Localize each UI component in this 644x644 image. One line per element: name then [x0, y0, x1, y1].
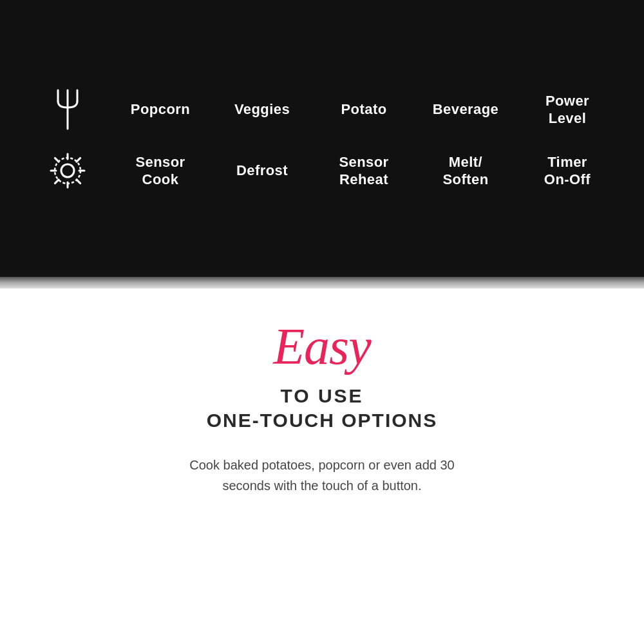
btn-melt-soften[interactable]: Melt/ Soften — [415, 153, 516, 189]
btn-timer-on-off[interactable]: Timer On-Off — [516, 153, 618, 189]
divider-strip — [0, 277, 644, 289]
controls-area: Popcorn Veggies Potato Beverage Power Le… — [26, 87, 618, 190]
btn-sensor-reheat[interactable]: Sensor Reheat — [313, 153, 415, 189]
black-panel: Popcorn Veggies Potato Beverage Power Le… — [0, 0, 644, 277]
gear-icon-cell — [26, 151, 109, 190]
btn-veggies[interactable]: Veggies — [211, 100, 313, 118]
svg-point-4 — [61, 164, 74, 177]
btn-power-level[interactable]: Power Level — [516, 92, 618, 128]
easy-heading: Easy — [273, 321, 371, 372]
btn-defrost[interactable]: Defrost — [211, 162, 313, 180]
white-section: Easy TO USE ONE-TOUCH OPTIONS Cook baked… — [0, 289, 644, 644]
description-text: Cook baked potatoes, popcorn or even add… — [187, 455, 457, 496]
one-touch-text: ONE-TOUCH OPTIONS — [207, 410, 437, 431]
button-row-2: Sensor Cook Defrost Sensor Reheat Melt/ … — [26, 151, 618, 190]
fork-icon — [48, 87, 87, 132]
btn-popcorn[interactable]: Popcorn — [109, 100, 211, 118]
btn-potato[interactable]: Potato — [313, 100, 415, 118]
gear-icon — [48, 151, 87, 190]
to-use-text: TO USE — [280, 385, 363, 407]
button-row-1: Popcorn Veggies Potato Beverage Power Le… — [26, 87, 618, 132]
btn-sensor-cook[interactable]: Sensor Cook — [109, 153, 211, 189]
fork-icon-cell — [26, 87, 109, 132]
btn-beverage[interactable]: Beverage — [415, 100, 516, 118]
svg-line-12 — [55, 180, 59, 184]
svg-line-11 — [77, 158, 80, 162]
